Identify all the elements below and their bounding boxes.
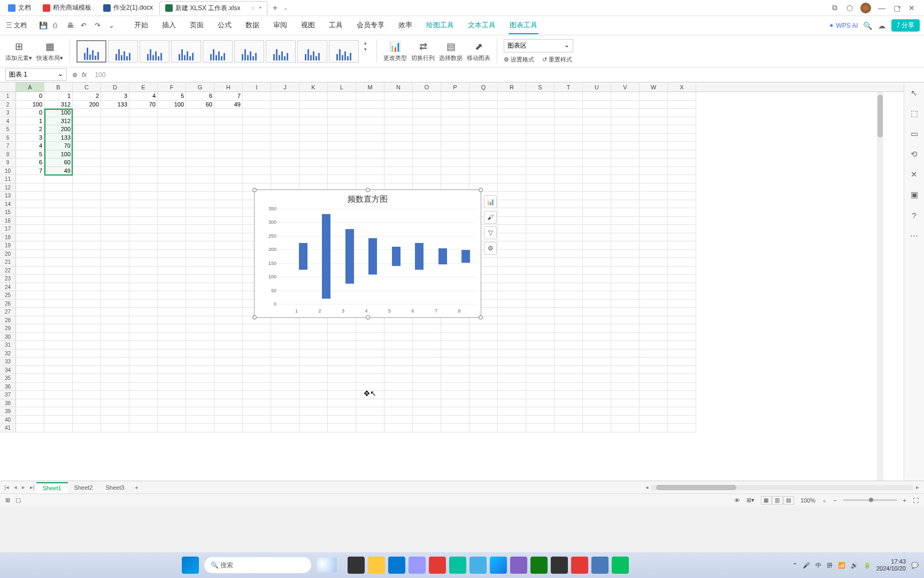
cell[interactable] [73,341,101,349]
cell[interactable] [129,366,158,375]
cell[interactable] [555,275,583,283]
cell[interactable] [16,358,44,366]
cell[interactable] [583,134,611,142]
row-header[interactable]: 18 [0,233,16,242]
row-header[interactable]: 23 [0,275,16,283]
collapse-ribbon-icon[interactable]: ⌄ [896,1,903,10]
row-header[interactable]: 35 [0,374,16,383]
cell[interactable] [611,300,640,308]
cell[interactable] [441,399,469,408]
cell[interactable] [299,324,328,333]
cell[interactable] [186,175,214,184]
cell[interactable] [469,383,498,391]
cell[interactable] [44,241,73,250]
col-header-T[interactable]: T [555,82,583,92]
cell[interactable] [469,125,498,134]
cell[interactable] [441,158,469,167]
cell[interactable] [583,233,611,242]
cell[interactable] [129,150,158,159]
cell[interactable] [498,200,526,209]
cell[interactable] [243,142,271,150]
row-header[interactable]: 9 [0,158,16,167]
row-header[interactable]: 26 [0,300,16,308]
cell[interactable] [441,117,469,126]
cell[interactable] [214,208,243,217]
cell[interactable] [640,383,668,391]
cell[interactable] [469,134,498,142]
cell[interactable] [328,142,356,150]
cell[interactable] [469,324,498,333]
app-menu-button[interactable]: 三 文档 [4,20,28,31]
cell[interactable] [271,109,299,117]
cell[interactable] [583,101,611,109]
cell[interactable] [186,407,214,416]
app-taskview[interactable] [348,557,365,574]
cell[interactable] [214,167,243,176]
zoom-chevron-icon[interactable]: ⌄ [822,497,827,504]
tab-drawing-tools[interactable]: 绘图工具 [425,17,455,34]
cell[interactable] [555,349,583,358]
cell[interactable] [186,300,214,308]
cell[interactable] [158,150,186,159]
sheet-nav-prev[interactable]: ◂ [12,484,19,491]
tab-review[interactable]: 审阅 [272,17,288,34]
cell[interactable] [611,374,640,383]
app-netease[interactable] [429,557,446,574]
cell[interactable] [583,300,611,308]
cell[interactable] [129,233,158,242]
cell[interactable] [101,217,129,225]
cell[interactable] [158,407,186,416]
cell[interactable] [526,341,555,349]
cell[interactable] [583,391,611,399]
cell[interactable] [469,407,498,416]
cell[interactable] [101,374,129,383]
cell[interactable] [441,391,469,399]
cell[interactable] [526,316,555,325]
cell[interactable] [640,109,668,117]
cell[interactable] [214,192,243,200]
vertical-scrollbar[interactable] [877,92,883,481]
cell[interactable] [158,349,186,358]
cell[interactable] [129,258,158,267]
cell[interactable] [73,142,101,150]
cell[interactable] [526,383,555,391]
cell[interactable] [101,208,129,217]
cell[interactable] [271,416,299,424]
cell[interactable] [186,217,214,225]
cell[interactable] [441,349,469,358]
cell[interactable] [328,374,356,383]
cell[interactable] [44,267,73,275]
cell[interactable] [101,192,129,200]
cell[interactable] [668,233,696,242]
cell[interactable] [668,391,696,399]
cell[interactable] [186,341,214,349]
cell[interactable] [611,324,640,333]
redo-icon[interactable]: ↷ [95,21,103,30]
cell[interactable] [498,125,526,134]
cell[interactable] [640,200,668,209]
row-header[interactable]: 38 [0,399,16,408]
cell[interactable] [186,324,214,333]
cell[interactable] [583,258,611,267]
cell[interactable] [101,300,129,308]
cell[interactable] [186,125,214,134]
cell[interactable] [668,416,696,424]
cell[interactable] [441,383,469,391]
cell[interactable] [243,341,271,349]
cell[interactable] [101,250,129,258]
cell[interactable] [243,158,271,167]
cell[interactable] [186,134,214,142]
col-header-R[interactable]: R [498,82,526,92]
cell[interactable] [73,258,101,267]
cell[interactable] [243,391,271,399]
cell[interactable] [583,217,611,225]
view-break-button[interactable]: ▤ [783,496,794,505]
cell[interactable] [526,416,555,424]
cell[interactable] [526,399,555,408]
cell[interactable] [526,250,555,258]
cell[interactable] [101,391,129,399]
cell[interactable] [271,424,299,432]
cell[interactable] [611,316,640,325]
cell[interactable] [611,192,640,200]
cell[interactable] [413,399,441,408]
